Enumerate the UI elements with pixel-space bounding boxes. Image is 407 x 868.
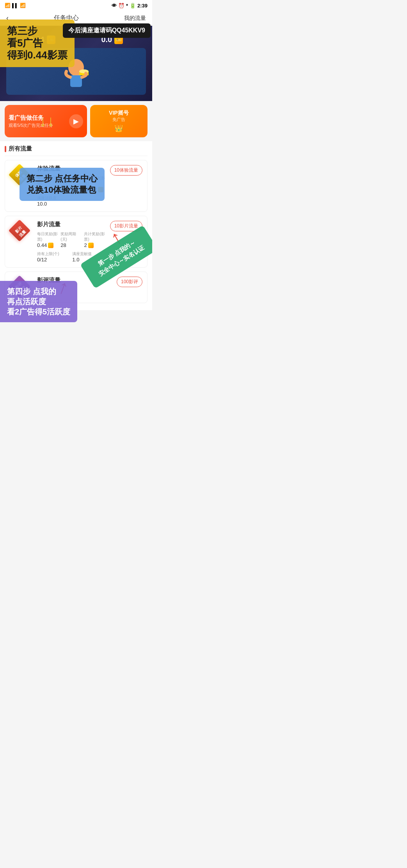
eye-icon: 👁 <box>112 3 117 9</box>
cycle-label-2: 奖励周期(天) 28 <box>60 231 82 248</box>
ticket-chip-3 <box>88 243 94 248</box>
ticket-chip-2 <box>48 243 53 248</box>
total-reward-label-2: 共计奖励(影票) 2 <box>84 231 106 248</box>
time-display: 2:39 <box>137 3 148 9</box>
vip-subtitle: 免广告 <box>112 117 125 122</box>
page-wrapper: 📶 ▌▌ 📶 👁 ⏰ * 🔋 2:39 ‹ 任务中心 我的流量 0.44 🎫 <box>0 0 152 310</box>
movie-icon: 影片流量 <box>12 223 29 240</box>
total-reward-value-2: 2 <box>84 242 106 248</box>
daily-reward-label-2: 每日奖励(影票) 0.44 <box>37 231 59 248</box>
my-flow-link[interactable]: 我的流量 <box>124 15 146 22</box>
step2-text: 第二步 点任务中心 兑换10体验流量包 <box>27 173 98 195</box>
flow-header: 所有流量 <box>5 141 148 156</box>
svg-rect-1 <box>70 75 82 87</box>
overlay-step2: 第二步 点任务中心 兑换10体验流量包 <box>20 168 105 201</box>
overlay-invite-code: 今后满座邀请码QQ45KKV9 <box>63 23 151 38</box>
wifi-icon: 📶 <box>20 3 26 8</box>
overlay-step4: 第四步 点我的 再点活跃度 看2广告得5活跃度 <box>0 281 77 322</box>
experience-exchange-button[interactable]: 10体验流量 <box>110 165 142 176</box>
movie-icon-wrap: 影片流量 <box>10 221 31 242</box>
bluetooth-icon: * <box>126 3 128 9</box>
play-icon: ▶ <box>69 114 83 128</box>
movie-stats-grid: 每日奖励(影票) 0.44 奖励周期(天) 28 共计奖励(影票) <box>37 231 106 248</box>
task-buttons-row: 看广告做任务 观看5/5次广告完成任务 ▶ VIP摇号 免广告 👑 <box>0 101 152 141</box>
battery-icon: 🔋 <box>130 3 136 9</box>
flow-section-label: 所有流量 <box>9 145 32 153</box>
status-bar: 📶 ▌▌ 📶 👁 ⏰ * 🔋 2:39 <box>0 0 152 11</box>
vip-title: VIP摇号 <box>109 110 129 117</box>
watch-ad-title: 看广告做任务 <box>9 114 66 122</box>
review-exchange-button[interactable]: 100影评 <box>117 277 142 287</box>
status-right: 👁 ⏰ * 🔋 2:39 <box>112 3 148 9</box>
vip-crown-icon: 👑 <box>114 124 123 133</box>
arrow-down-icon: ↓↓ <box>39 113 55 129</box>
exchange-btn-1[interactable]: 10体验流量 <box>110 165 142 176</box>
step3-text: 第三步 看5广告 得到0.44影票 <box>7 25 68 62</box>
step4-text: 第四步 点我的 再点活跃度 看2广告得5活跃度 <box>7 286 70 317</box>
watch-ad-text: 看广告做任务 观看5/5次广告完成任务 <box>9 114 66 128</box>
signal-icon: 📶 <box>5 3 11 8</box>
hold-stat: 持有上限(个) 0/12 <box>37 251 71 263</box>
header-dot <box>5 146 6 152</box>
clock-icon: ⏰ <box>118 3 124 9</box>
daily-reward-value-2: 0.44 <box>37 242 59 248</box>
exchange-btn-3[interactable]: 100影评 <box>117 277 142 287</box>
signal-icon2: ▌▌ <box>12 3 18 8</box>
movie-flow-name: 影片流量 <box>37 221 106 228</box>
watch-ad-subtitle: 观看5/5次广告完成任务 <box>9 122 66 128</box>
vip-button[interactable]: VIP摇号 免广告 👑 <box>90 105 148 137</box>
cycle-value-2: 28 <box>60 242 82 248</box>
status-left: 📶 ▌▌ 📶 <box>5 3 26 8</box>
